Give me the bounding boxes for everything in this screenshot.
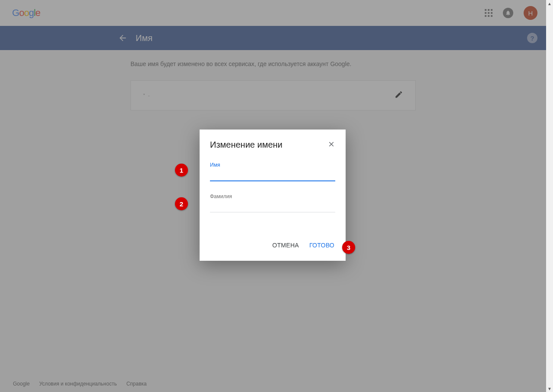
last-name-label: Фамилия [210,193,335,199]
vertical-scrollbar[interactable]: ▲ ▼ [546,0,553,392]
done-button[interactable]: ГОТОВО [308,240,335,250]
last-name-input[interactable] [210,200,335,212]
annotation-badge-1: 1 [175,164,188,177]
annotation-badge-2: 2 [175,197,188,210]
close-icon[interactable] [327,140,335,150]
scroll-up-icon[interactable]: ▲ [546,0,553,7]
first-name-label: Имя [210,162,335,168]
scroll-down-icon[interactable]: ▼ [546,385,553,392]
first-name-input[interactable] [210,169,335,181]
cancel-button[interactable]: ОТМЕНА [271,240,300,250]
annotation-badge-3: 3 [342,241,355,254]
dialog-title: Изменение имени [210,140,283,150]
edit-name-dialog: Изменение имени Имя Фамилия ОТМЕНА ГОТОВ… [200,130,346,261]
